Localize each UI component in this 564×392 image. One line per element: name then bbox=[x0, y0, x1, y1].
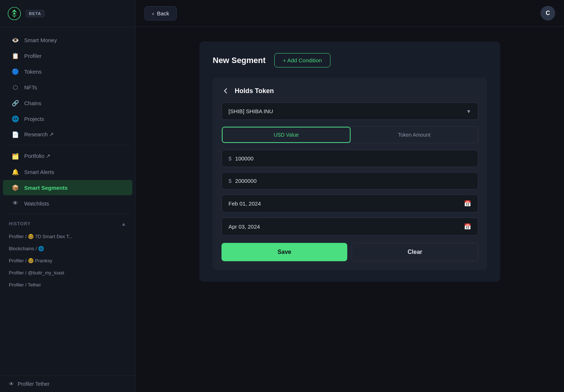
back-arrow-icon bbox=[222, 87, 230, 95]
back-chevron-icon: ‹ bbox=[152, 10, 154, 16]
history-item[interactable]: Profiler / 🤓 7D Smart Dex T... bbox=[0, 230, 135, 243]
min-amount-field[interactable]: $ bbox=[221, 150, 478, 167]
sidebar-item-tokens[interactable]: 🔵 Tokens bbox=[3, 64, 132, 79]
nav-divider-2 bbox=[6, 214, 129, 214]
condition-card-header: Holds Token bbox=[221, 86, 478, 95]
token-selected-label: [SHIB] SHIBA INU bbox=[228, 108, 273, 114]
sidebar-item-smart-segments[interactable]: 📦 Smart Segments bbox=[3, 180, 132, 195]
sidebar-item-research[interactable]: 📄 Research ↗ bbox=[3, 127, 132, 142]
save-button[interactable]: Save bbox=[221, 243, 347, 261]
sidebar-header: BETA bbox=[0, 0, 135, 27]
segment-panel: New Segment + Add Condition Holds Token bbox=[199, 41, 500, 282]
sidebar-item-label: Profiler bbox=[24, 53, 42, 59]
sidebar-item-label: Smart Segments bbox=[24, 185, 67, 191]
back-button[interactable]: ‹ Back bbox=[144, 6, 177, 21]
dollar-sign-icon: $ bbox=[228, 155, 231, 162]
sidebar-item-label: Portfolio ↗ bbox=[24, 153, 51, 159]
calendar-icon-end: 📅 bbox=[464, 223, 471, 230]
end-date-label: Apr 03, 2024 bbox=[228, 223, 260, 230]
min-amount-input[interactable] bbox=[235, 155, 471, 162]
history-label: HISTORY bbox=[9, 221, 31, 226]
sidebar-item-label: Smart Money bbox=[24, 37, 57, 43]
research-icon: 📄 bbox=[12, 131, 19, 138]
topbar: ‹ Back C bbox=[136, 0, 564, 27]
calendar-icon-start: 📅 bbox=[464, 200, 471, 207]
sidebar-item-nfts[interactable]: ⬡ NFTs bbox=[3, 79, 132, 95]
history-item[interactable]: Profiler / @buttr_my_toast bbox=[0, 267, 135, 279]
sidebar-item-label: Chains bbox=[24, 100, 41, 106]
footer-icon: 👁 bbox=[9, 381, 14, 387]
end-date-field[interactable]: Apr 03, 2024 📅 bbox=[221, 218, 478, 236]
nfts-icon: ⬡ bbox=[12, 84, 19, 91]
svg-point-1 bbox=[13, 12, 15, 15]
sidebar-nav: 👁️ Smart Money 📋 Profiler 🔵 Tokens ⬡ NFT… bbox=[0, 27, 135, 376]
profiler-icon: 📋 bbox=[12, 52, 19, 59]
sidebar-item-label: Research ↗ bbox=[24, 131, 54, 138]
dollar-sign-icon-2: $ bbox=[228, 178, 231, 184]
sidebar-item-portfolio[interactable]: 🗂️ Portfolio ↗ bbox=[3, 148, 132, 164]
chevron-down-icon: ▼ bbox=[466, 108, 471, 114]
condition-title: Holds Token bbox=[235, 87, 274, 95]
action-buttons: Save Clear bbox=[221, 243, 478, 261]
tab-usd-value[interactable]: USD Value bbox=[222, 127, 351, 143]
alerts-icon: 🔔 bbox=[12, 168, 19, 175]
history-item[interactable]: Profiler / 🤓 Pranksy bbox=[0, 255, 135, 267]
condition-card: Holds Token [SHIB] SHIBA INU ▼ USD Value… bbox=[213, 78, 487, 270]
user-avatar[interactable]: C bbox=[541, 6, 555, 21]
history-item[interactable]: Blockchains / 🌐 bbox=[0, 243, 135, 255]
smart-money-icon: 👁️ bbox=[12, 36, 19, 44]
history-header: HISTORY ▲ bbox=[0, 217, 135, 230]
add-condition-button[interactable]: + Add Condition bbox=[274, 53, 330, 67]
tab-token-amount[interactable]: Token Amount bbox=[351, 127, 478, 143]
start-date-field[interactable]: Feb 01, 2024 📅 bbox=[221, 195, 478, 212]
portfolio-icon: 🗂️ bbox=[12, 152, 19, 160]
watchlists-icon: 👁 bbox=[12, 200, 19, 207]
sidebar-item-label: NFTs bbox=[24, 84, 37, 90]
sidebar-item-label: Tokens bbox=[24, 69, 42, 75]
sidebar-item-label: Projects bbox=[24, 116, 44, 122]
value-type-tabs: USD Value Token Amount bbox=[221, 126, 478, 143]
segment-header: New Segment + Add Condition bbox=[213, 53, 487, 67]
back-button-label: Back bbox=[157, 10, 169, 16]
sidebar-footer[interactable]: 👁 Profiler Tether bbox=[0, 376, 135, 392]
segment-title: New Segment bbox=[213, 56, 265, 65]
projects-icon: 🌐 bbox=[12, 115, 19, 122]
segments-icon: 📦 bbox=[12, 184, 19, 191]
sidebar-item-label: Watchlists bbox=[24, 200, 49, 207]
chains-icon: 🔗 bbox=[12, 99, 19, 107]
footer-label: Profiler Tether bbox=[18, 381, 50, 387]
main-content-area: ‹ Back C New Segment + Add Condition bbox=[136, 0, 564, 392]
sidebar-item-chains[interactable]: 🔗 Chains bbox=[3, 95, 132, 111]
history-item[interactable]: Profiler / Tether bbox=[0, 279, 135, 291]
max-amount-input[interactable] bbox=[235, 178, 471, 184]
app-logo-icon bbox=[7, 7, 21, 21]
start-date-label: Feb 01, 2024 bbox=[228, 200, 261, 207]
nav-divider bbox=[6, 145, 129, 145]
tokens-icon: 🔵 bbox=[12, 68, 19, 75]
sidebar-item-projects[interactable]: 🌐 Projects bbox=[3, 111, 132, 126]
history-toggle-icon[interactable]: ▲ bbox=[121, 221, 127, 227]
sidebar-item-smart-alerts[interactable]: 🔔 Smart Alerts bbox=[3, 164, 132, 180]
sidebar-item-watchlists[interactable]: 👁 Watchlists bbox=[3, 196, 132, 211]
sidebar-item-smart-money[interactable]: 👁️ Smart Money bbox=[3, 32, 132, 48]
clear-button[interactable]: Clear bbox=[352, 243, 478, 261]
token-selector[interactable]: [SHIB] SHIBA INU ▼ bbox=[221, 103, 478, 120]
max-amount-field[interactable]: $ bbox=[221, 172, 478, 189]
history-section: HISTORY ▲ Profiler / 🤓 7D Smart Dex T...… bbox=[0, 217, 135, 294]
condition-back-button[interactable] bbox=[221, 86, 230, 95]
sidebar-item-profiler[interactable]: 📋 Profiler bbox=[3, 48, 132, 63]
beta-badge: BETA bbox=[26, 10, 44, 17]
main-body: New Segment + Add Condition Holds Token bbox=[136, 27, 564, 392]
add-condition-label: + Add Condition bbox=[283, 57, 322, 63]
sidebar-item-label: Smart Alerts bbox=[24, 169, 54, 175]
sidebar: BETA 👁️ Smart Money 📋 Profiler 🔵 Tokens … bbox=[0, 0, 136, 392]
